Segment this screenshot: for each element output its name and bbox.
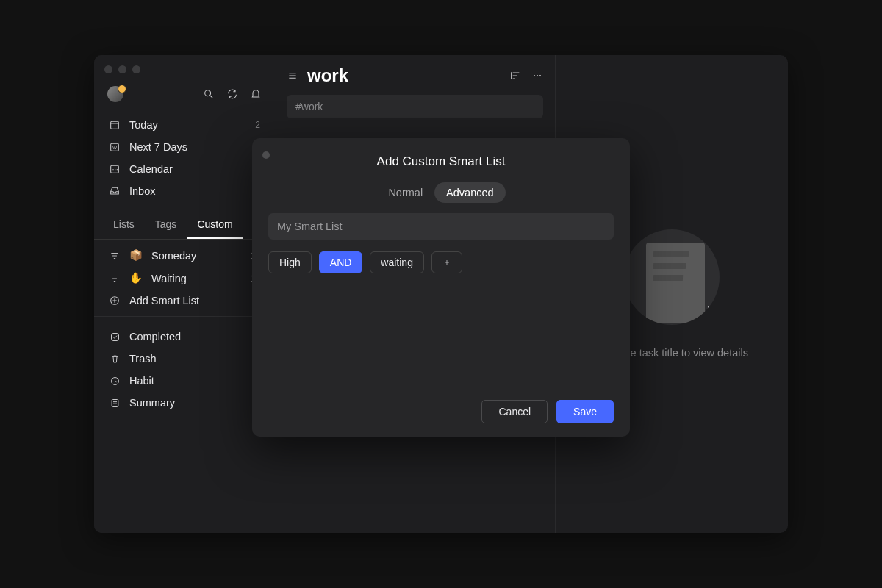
svg-rect-21 [112,399,118,406]
save-button[interactable]: Save [556,400,614,423]
svg-point-0 [205,90,211,96]
nav-label: Inbox [129,185,155,197]
traffic-close[interactable] [104,65,112,74]
habit-icon [109,375,121,387]
filter-chip[interactable]: #work [287,95,543,118]
filter-icon [109,273,121,284]
week-icon: W [109,141,121,153]
chip-and[interactable]: AND [319,251,363,273]
nav-next7[interactable]: W Next 7 Days [94,136,275,158]
summary-icon [109,397,121,409]
nav-inbox[interactable]: Inbox [94,180,275,202]
nav-label: Today [129,119,158,131]
empty-illustration [624,229,720,325]
nav-label: Habit [129,375,154,387]
bottom-nav: Completed Trash Habit Summary [94,321,275,418]
svg-text:W: W [112,146,117,150]
check-icon [109,331,121,343]
emoji-icon: 📦 [129,249,143,262]
svg-line-1 [210,96,212,98]
list-header: work [275,55,555,92]
rule-chips: High AND waiting [268,251,614,273]
smart-list-modal: Add Custom Smart List Normal Advanced Hi… [252,138,630,437]
cancel-button[interactable]: Cancel [481,400,548,423]
traffic-min[interactable] [118,65,126,74]
nav-trash[interactable]: Trash [94,348,275,370]
primary-nav: Today 2 W Next 7 Days Calendar Inbox [94,110,275,207]
sidebar-tabs: Lists Tags Custom [94,212,275,240]
nav-count: 2 [255,120,260,130]
mode-segmented: Normal Advanced [268,182,614,203]
nav-label: Calendar [129,163,173,175]
profile-row [94,83,275,110]
traffic-max[interactable] [132,65,140,74]
calendar-icon [109,163,121,175]
svg-point-31 [534,75,535,76]
nav-completed[interactable]: Completed [94,326,275,348]
svg-point-8 [115,169,115,170]
add-smart-list[interactable]: Add Smart List [94,290,275,312]
nav-label: Completed [129,331,181,343]
modal-footer: Cancel Save [268,400,614,423]
modal-close-dot[interactable] [262,151,270,159]
add-label: Add Smart List [129,295,199,306]
plus-circle-icon [109,295,121,306]
seg-normal[interactable]: Normal [376,182,434,203]
seg-advanced[interactable]: Advanced [434,182,506,203]
custom-item-someday[interactable]: 📦 Someday 13 [94,244,275,267]
plus-icon [442,257,451,268]
chip-high[interactable]: High [268,251,312,273]
svg-point-7 [112,169,113,170]
nav-calendar[interactable]: Calendar [94,158,275,180]
sync-icon[interactable] [226,88,238,100]
custom-item-waiting[interactable]: ✋ Waiting 10 [94,267,275,290]
sidebar: Today 2 W Next 7 Days Calendar Inbox Lis… [94,55,275,533]
filter-icon [109,250,121,262]
avatar[interactable] [107,86,123,102]
svg-rect-2 [111,121,119,129]
modal-title: Add Custom Smart List [268,151,614,169]
list-label: Someday [151,250,196,262]
nav-today[interactable]: Today 2 [94,114,275,136]
tab-lists[interactable]: Lists [103,212,145,239]
svg-point-9 [117,169,118,170]
more-icon[interactable] [531,70,543,82]
nav-label: Next 7 Days [129,141,187,153]
list-name-input[interactable] [268,213,614,240]
search-icon[interactable] [203,88,215,100]
window-traffic-lights [104,65,140,74]
nav-summary[interactable]: Summary [94,392,275,414]
inbox-icon [109,185,121,197]
nav-habit[interactable]: Habit [94,370,275,392]
svg-point-32 [537,75,538,76]
trash-icon [109,353,121,365]
sort-icon[interactable] [509,70,521,82]
chip-add[interactable] [431,251,462,273]
today-icon [109,119,121,131]
tab-tags[interactable]: Tags [145,212,187,239]
tab-custom[interactable]: Custom [187,212,243,239]
svg-rect-19 [111,333,118,340]
menu-icon[interactable] [287,70,298,82]
page-title: work [307,65,348,86]
nav-label: Trash [129,353,157,365]
emoji-icon: ✋ [129,272,143,284]
list-label: Waiting [151,273,187,284]
chip-waiting[interactable]: waiting [370,251,424,273]
custom-lists: 📦 Someday 13 ✋ Waiting 10 Add Smart List [94,240,275,317]
svg-point-33 [539,75,541,76]
nav-label: Summary [129,397,175,409]
bell-icon[interactable] [250,88,262,100]
